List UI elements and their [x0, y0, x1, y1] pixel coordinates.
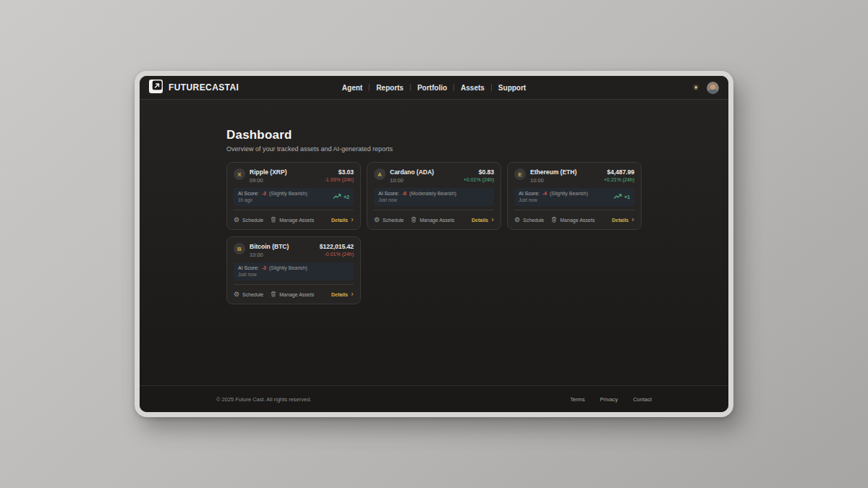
- card-actions: ⚙ Schedule Manage Assets Details ›: [514, 210, 634, 229]
- ai-score-box: AI Score: -4 (Slightly Bearish) Just now…: [514, 188, 634, 206]
- page-title: Dashboard: [226, 128, 642, 142]
- asset-price: $4,487.99: [604, 168, 634, 176]
- asset-time: 10:00: [250, 252, 289, 258]
- asset-initial-badge: X: [234, 168, 245, 180]
- footer-link-terms[interactable]: Terms: [570, 396, 584, 403]
- footer-links: Terms Privacy Contact: [570, 396, 652, 403]
- asset-change: -0.01% (24h): [320, 252, 354, 257]
- ai-score-box: AI Score: -3 (Slightly Bearish) 1h ago +…: [234, 188, 354, 206]
- brand-name: FUTURECASTAI: [169, 82, 239, 93]
- details-label: Details: [612, 218, 629, 223]
- nav-divider: [369, 84, 370, 91]
- nav-reports[interactable]: Reports: [376, 84, 404, 92]
- gear-icon: ⚙: [234, 291, 239, 298]
- ai-score-text: AI Score: -6 (Moderately Bearish) Just n…: [378, 191, 456, 202]
- schedule-label: Schedule: [242, 218, 263, 223]
- details-button[interactable]: Details ›: [472, 216, 494, 223]
- brand-logo[interactable]: FUTURECASTAI: [149, 80, 239, 96]
- asset-name: Ethereum (ETH): [530, 168, 576, 176]
- card-header: X Ripple (XRP) 09:00 $3.03 -1.93% (24h): [234, 168, 354, 184]
- ai-score-value: -4: [542, 191, 547, 196]
- asset-change: -1.93% (24h): [325, 177, 354, 182]
- asset-initial-badge: E: [514, 168, 526, 180]
- ai-score-text: AI Score: -3 (Slightly Bearish) 1h ago: [238, 191, 307, 202]
- trash-icon: [411, 216, 417, 223]
- ai-score-timestamp: Just now: [238, 272, 307, 277]
- manage-assets-button[interactable]: Manage Assets: [271, 291, 314, 298]
- asset-price: $122,015.42: [320, 243, 354, 250]
- footer-link-privacy[interactable]: Privacy: [600, 396, 618, 403]
- ai-score-box: AI Score: -6 (Moderately Bearish) Just n…: [374, 188, 494, 206]
- details-label: Details: [331, 292, 348, 297]
- asset-pricing: $4,487.99 +0.21% (24h): [604, 168, 634, 182]
- chevron-right-icon: ›: [351, 216, 354, 223]
- gear-icon: ⚙: [514, 217, 520, 223]
- main-nav: Agent Reports Portfolio Assets Support: [342, 84, 526, 92]
- asset-pricing: $3.03 -1.93% (24h): [325, 168, 354, 182]
- schedule-button[interactable]: ⚙ Schedule: [234, 291, 263, 298]
- ai-score-label: AI Score:: [238, 265, 259, 270]
- asset-name: Cardano (ADA): [390, 168, 434, 176]
- ai-sentiment: (Slightly Bearish): [269, 265, 307, 270]
- manage-assets-button[interactable]: Manage Assets: [411, 216, 454, 223]
- asset-price: $3.03: [325, 168, 354, 176]
- trend-value: +1: [624, 194, 630, 200]
- ai-sentiment: (Moderately Bearish): [409, 191, 456, 196]
- ai-score-timestamp: Just now: [378, 197, 456, 202]
- gear-icon: ⚙: [234, 217, 239, 223]
- asset-initial-badge: B: [234, 243, 245, 254]
- main-content: Dashboard Overview of your tracked asset…: [140, 100, 728, 385]
- chevron-right-icon: ›: [491, 216, 494, 223]
- nav-portfolio[interactable]: Portfolio: [417, 84, 447, 92]
- schedule-button[interactable]: ⚙ Schedule: [234, 217, 263, 223]
- asset-change: +0.01% (24h): [464, 177, 494, 182]
- manage-assets-button[interactable]: Manage Assets: [271, 216, 314, 223]
- ai-score-value: -3: [262, 265, 266, 270]
- manage-assets-button[interactable]: Manage Assets: [551, 216, 595, 223]
- schedule-button[interactable]: ⚙ Schedule: [374, 217, 404, 223]
- trending-up-icon: [333, 194, 341, 200]
- asset-card-cardano: A Cardano (ADA) 10:00 $0.83 +0.01% (24h)…: [367, 162, 501, 230]
- ai-score-timestamp: 1h ago: [238, 197, 307, 202]
- details-label: Details: [472, 218, 488, 223]
- manage-assets-label: Manage Assets: [560, 218, 595, 223]
- footer-link-contact[interactable]: Contact: [633, 396, 652, 403]
- nav-support[interactable]: Support: [498, 84, 526, 92]
- asset-name: Bitcoin (BTC): [250, 243, 289, 250]
- ai-score-timestamp: Just now: [519, 197, 588, 202]
- app-footer: © 2025 Future Cast. All rights reserved.…: [140, 385, 728, 412]
- ai-score-label: AI Score:: [378, 191, 399, 196]
- user-avatar[interactable]: [707, 82, 719, 94]
- header-actions: ☀: [692, 82, 719, 94]
- manage-assets-label: Manage Assets: [279, 218, 314, 223]
- asset-card-bitcoin: B Bitcoin (BTC) 10:00 $122,015.42 -0.01%…: [226, 236, 361, 304]
- schedule-label: Schedule: [523, 218, 544, 223]
- card-actions: ⚙ Schedule Manage Assets Details ›: [234, 284, 354, 304]
- details-button[interactable]: Details ›: [331, 291, 354, 298]
- details-button[interactable]: Details ›: [612, 216, 634, 223]
- details-label: Details: [331, 218, 348, 223]
- card-header: E Ethereum (ETH) 10:00 $4,487.99 +0.21% …: [514, 168, 634, 184]
- theme-toggle-sun-icon[interactable]: ☀: [692, 84, 699, 92]
- asset-price: $0.83: [464, 168, 494, 176]
- nav-divider: [410, 84, 411, 91]
- trend-indicator: +2: [333, 194, 349, 200]
- ai-score-value: -6: [402, 191, 407, 196]
- asset-pricing: $0.83 +0.01% (24h): [464, 168, 494, 182]
- details-button[interactable]: Details ›: [331, 216, 354, 223]
- nav-agent[interactable]: Agent: [342, 84, 362, 92]
- schedule-label: Schedule: [383, 218, 404, 223]
- trash-icon: [271, 291, 276, 298]
- page-subtitle: Overview of your tracked assets and AI-g…: [226, 145, 642, 153]
- ai-score-value: -3: [262, 191, 266, 196]
- nav-assets[interactable]: Assets: [461, 84, 485, 92]
- ai-score-label: AI Score:: [519, 191, 540, 196]
- asset-card-grid: X Ripple (XRP) 09:00 $3.03 -1.93% (24h) …: [226, 162, 642, 304]
- trend-value: +2: [344, 194, 349, 200]
- ai-score-text: AI Score: -4 (Slightly Bearish) Just now: [519, 191, 588, 202]
- futurecast-logo-icon: [149, 80, 163, 96]
- trend-indicator: +1: [613, 194, 630, 200]
- trash-icon: [551, 216, 557, 223]
- schedule-button[interactable]: ⚙ Schedule: [514, 217, 544, 223]
- nav-divider: [491, 84, 492, 91]
